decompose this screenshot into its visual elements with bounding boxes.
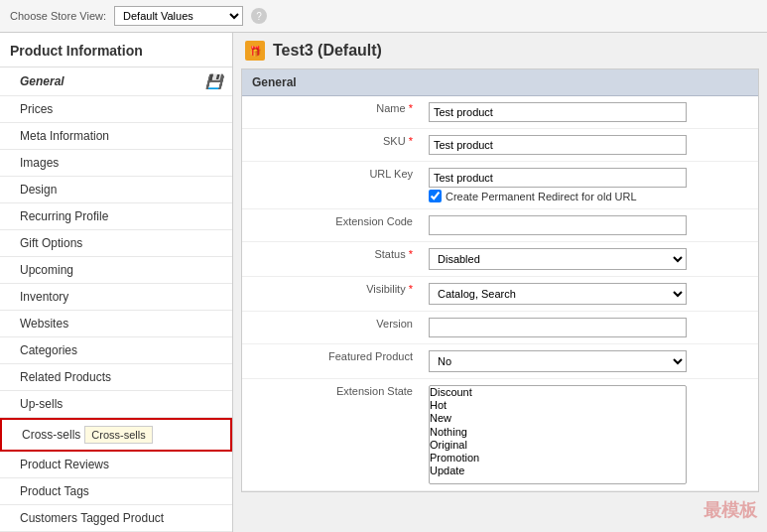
form-label-version: Version [242, 312, 421, 344]
sidebar-item-label: Up-sells [20, 397, 63, 411]
form-row-sku: SKU * [242, 129, 758, 162]
form-row-featured-product: Featured ProductNoYes [242, 344, 758, 379]
sidebar-item-label: Categories [20, 343, 77, 357]
section-header: General [242, 69, 758, 96]
sidebar-item-label: Websites [20, 317, 68, 331]
sidebar-item-label: General [20, 74, 64, 88]
sidebar-item-cross-sells[interactable]: Cross-sellsCross-sells [0, 418, 232, 452]
sidebar-item-label: Inventory [20, 290, 68, 304]
form-row-status: Status *EnabledDisabled [242, 242, 758, 277]
sidebar-item-recurring-profile[interactable]: Recurring Profile [0, 203, 232, 230]
sidebar-item-label: Related Products [20, 370, 111, 384]
form-label-visibility: Visibility * [242, 277, 421, 312]
form-cell-visibility: Not Visible IndividuallyCatalogSearchCat… [421, 277, 758, 312]
form-label-url-key: URL Key [242, 162, 421, 209]
select-visibility[interactable]: Not Visible IndividuallyCatalogSearchCat… [429, 283, 687, 305]
form-row-extension-state: Extension StateDiscountHotNewNothingOrig… [242, 379, 758, 491]
sidebar-item-label: Product Reviews [20, 458, 109, 471]
checkbox-url-key[interactable] [429, 190, 442, 202]
form-cell-extension-state: DiscountHotNewNothingOriginalPromotionUp… [421, 379, 758, 491]
watermark: 最模板 [703, 498, 757, 522]
form-cell-featured-product: NoYes [421, 344, 758, 379]
form-label-status: Status * [242, 242, 421, 277]
sidebar-item-label: Meta Information [20, 129, 109, 143]
sidebar-item-label: Cross-sells [22, 428, 80, 442]
help-icon[interactable]: ? [251, 8, 267, 24]
cross-sells-tooltip: Cross-sells [84, 426, 152, 444]
form-row-name: Name * [242, 96, 758, 129]
page-title: Test3 (Default) [273, 42, 382, 60]
sidebar: Product Information General💾PricesMeta I… [0, 33, 233, 532]
form-label-extension-state: Extension State [242, 379, 421, 491]
form-row-url-key: URL KeyCreate Permanent Redirect for old… [242, 162, 758, 209]
input-name[interactable] [429, 102, 687, 122]
input-sku[interactable] [429, 135, 687, 155]
form-label-extension-code: Extension Code [242, 209, 421, 242]
sidebar-item-label: Upcoming [20, 263, 73, 277]
form-cell-status: EnabledDisabled [421, 242, 758, 277]
sidebar-item-categories[interactable]: Categories [0, 337, 232, 364]
sidebar-item-general[interactable]: General💾 [0, 67, 232, 96]
sidebar-item-related-products[interactable]: Related Products [0, 364, 232, 391]
sidebar-item-images[interactable]: Images [0, 150, 232, 177]
sidebar-item-customers-tagged-product[interactable]: Customers Tagged Product [0, 505, 232, 532]
form-cell-version [421, 312, 758, 344]
select-status[interactable]: EnabledDisabled [429, 248, 687, 270]
app-container: Choose Store View: Default Values ? Prod… [0, 0, 767, 532]
form-cell-sku [421, 129, 758, 162]
sidebar-item-product-tags[interactable]: Product Tags [0, 478, 232, 505]
input-url-key[interactable] [429, 168, 687, 188]
sidebar-item-gift-options[interactable]: Gift Options [0, 230, 232, 257]
page-icon: 🎁 [245, 41, 265, 61]
sidebar-items-container: General💾PricesMeta InformationImagesDesi… [0, 67, 232, 532]
page-header: 🎁 Test3 (Default) [233, 33, 767, 68]
form-cell-extension-code [421, 209, 758, 242]
form-label-sku: SKU * [242, 129, 421, 162]
save-icon[interactable]: 💾 [205, 73, 222, 89]
sidebar-item-prices[interactable]: Prices [0, 96, 232, 123]
sidebar-item-design[interactable]: Design [0, 177, 232, 203]
form-cell-url-key: Create Permanent Redirect for old URL [421, 162, 758, 209]
sidebar-item-meta-information[interactable]: Meta Information [0, 123, 232, 150]
store-view-label: Choose Store View: [10, 10, 106, 22]
listbox-extension-state[interactable]: DiscountHotNewNothingOriginalPromotionUp… [429, 385, 687, 484]
top-bar: Choose Store View: Default Values ? [0, 0, 767, 33]
checkbox-label-url-key: Create Permanent Redirect for old URL [446, 191, 637, 202]
sidebar-item-inventory[interactable]: Inventory [0, 284, 232, 311]
sidebar-item-label: Product Tags [20, 484, 89, 498]
input-version[interactable] [429, 318, 687, 337]
sidebar-item-label: Design [20, 183, 57, 197]
sidebar-item-websites[interactable]: Websites [0, 311, 232, 337]
sidebar-item-label: Gift Options [20, 236, 82, 250]
form-row-visibility: Visibility *Not Visible IndividuallyCata… [242, 277, 758, 312]
form-label-featured-product: Featured Product [242, 344, 421, 379]
input-extension-code[interactable] [429, 215, 687, 235]
sidebar-item-product-reviews[interactable]: Product Reviews [0, 452, 232, 478]
sidebar-item-up-sells[interactable]: Up-sells [0, 391, 232, 418]
content-area: 🎁 Test3 (Default) General Name *SKU *URL… [233, 33, 767, 500]
form-label-name: Name * [242, 96, 421, 129]
sidebar-item-label: Customers Tagged Product [20, 511, 164, 525]
store-view-select[interactable]: Default Values [114, 6, 243, 26]
sidebar-item-label: Prices [20, 102, 53, 116]
form-row-version: Version [242, 312, 758, 344]
form-rows: Name *SKU *URL KeyCreate Permanent Redir… [242, 96, 758, 491]
form-section: General Name *SKU *URL KeyCreate Permane… [241, 68, 759, 492]
form-row-extension-code: Extension Code [242, 209, 758, 242]
form-cell-name [421, 96, 758, 129]
sidebar-item-upcoming[interactable]: Upcoming [0, 257, 232, 284]
sidebar-item-label: Images [20, 156, 59, 170]
main-layout: Product Information General💾PricesMeta I… [0, 33, 767, 532]
select-featured-product[interactable]: NoYes [429, 350, 687, 372]
content-wrapper: 🎁 Test3 (Default) General Name *SKU *URL… [233, 33, 767, 532]
form-table: Name *SKU *URL KeyCreate Permanent Redir… [242, 96, 758, 491]
sidebar-title: Product Information [0, 33, 232, 67]
sidebar-item-label: Recurring Profile [20, 209, 108, 223]
